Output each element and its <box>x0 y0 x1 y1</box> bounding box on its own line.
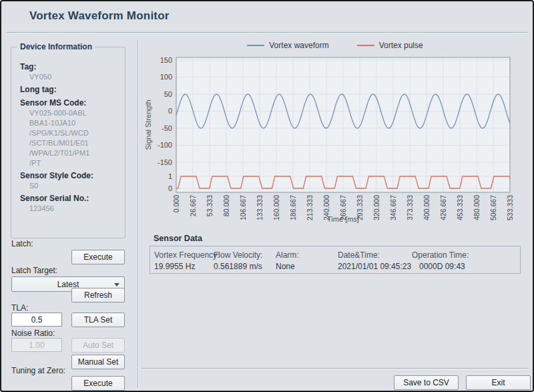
x-tick-label: 373.333 <box>406 195 414 220</box>
sensor-data-heading: Sensor Data <box>154 234 202 243</box>
device-field-value: VY025-000-0ABL <box>29 110 125 117</box>
device-info-groupbox: Device Information Tag:VY050Long tag:Sen… <box>11 47 125 238</box>
auto-set-button[interactable]: Auto Set <box>71 338 125 353</box>
y-axis-label: Signal Strength <box>144 100 152 150</box>
noise-ratio-label: Noise Ratio: <box>11 329 55 338</box>
sensor-column-value: 0000D 09:43 <box>419 262 465 271</box>
x-tick-label: 346.667 <box>389 195 397 220</box>
y-tick-label: 150 <box>160 56 172 64</box>
x-tick-label: 480.000 <box>473 195 481 220</box>
legend-label-pulse: Vortex pulse <box>379 41 423 50</box>
x-tick-label: 133.333 <box>256 195 264 220</box>
device-field-label: Sensor Serial No.: <box>20 194 125 203</box>
device-field-label: Tag: <box>20 62 125 71</box>
x-tick-label: 533.333 <box>506 195 514 220</box>
device-field-value: VY050 <box>29 73 125 81</box>
x-tick-label: 106.667 <box>239 195 247 220</box>
device-field-label: Long tag: <box>20 85 125 94</box>
tla-label: TLA: <box>11 303 28 313</box>
y-tick-label: -100 <box>158 141 172 149</box>
legend-label-waveform: Vortex waveform <box>269 41 328 50</box>
waveform-chart: 150100500-50-100-150100.00026.66753.3338… <box>142 53 529 230</box>
x-tick-label: 320.000 <box>372 195 380 220</box>
x-tick-label: 0.000 <box>172 195 180 212</box>
latch-execute-button[interactable]: Execute <box>71 250 125 264</box>
y-tick-label: 50 <box>164 90 172 98</box>
sensor-column-value: 19.9955 Hz <box>154 262 195 271</box>
device-info-list: Tag:VY050Long tag:Sensor MS Code:VY025-0… <box>11 53 125 215</box>
latch-label: Latch: <box>11 239 33 248</box>
tla-set-button[interactable]: TLA Set <box>71 313 125 327</box>
device-field-label: Sensor MS Code: <box>20 98 125 108</box>
chevron-down-icon <box>114 283 119 286</box>
legend-item-waveform: Vortex waveform <box>247 41 328 50</box>
noise-ratio-input[interactable] <box>11 338 62 352</box>
sensor-column-label: Operation Time: <box>412 250 469 260</box>
sensor-data-box: Vortex Frequency:19.9955 HzFlow Velocity… <box>150 246 521 274</box>
sensor-column-label: Flow Velocity: <box>214 250 262 260</box>
y-tick-label: 1 <box>168 172 172 180</box>
sensor-column-value: 2021/01/01 09:45:23 <box>338 262 411 271</box>
device-field-value: BBA1-10JA10 <box>29 120 125 127</box>
title-separator <box>7 32 527 33</box>
panel-divider <box>138 39 139 388</box>
window: Vortex Waveform Monitor Device Informati… <box>0 0 534 392</box>
tla-input[interactable] <box>11 313 62 327</box>
device-field-value: S0 <box>29 182 125 190</box>
chart-legend: Vortex waveform Vortex pulse <box>142 39 529 52</box>
sensor-column-value: None <box>276 262 295 271</box>
x-tick-label: 53.333 <box>206 195 214 216</box>
device-field-label: Sensor Style Code: <box>20 171 125 180</box>
refresh-button[interactable]: Refresh <box>71 288 125 303</box>
x-tick-label: 80.000 <box>222 195 230 216</box>
legend-swatch-pulse <box>357 45 374 46</box>
x-tick-label: 186.667 <box>289 195 297 220</box>
y-tick-label: -150 <box>158 158 172 166</box>
x-tick-label: 400.000 <box>423 195 431 220</box>
exit-button[interactable]: Exit <box>466 375 531 390</box>
sensor-column-label: Alarm: <box>276 250 299 260</box>
sensor-column-label: Date&Time: <box>338 250 380 260</box>
y-tick-label: 0 <box>168 107 172 115</box>
y-tick-label: 100 <box>160 73 172 81</box>
page-title: Vortex Waveform Monitor <box>29 9 170 23</box>
device-field-value: /SPG/K1/SL/WCD <box>29 130 125 137</box>
x-axis-label: Time [ms] <box>327 215 359 223</box>
latch-target-label: Latch Target: <box>11 266 57 275</box>
y-tick-label: 0 <box>168 184 172 192</box>
x-tick-label: 213.333 <box>306 195 314 220</box>
footer-separator <box>142 368 529 369</box>
x-tick-label: 160.000 <box>272 195 280 220</box>
manual-set-button[interactable]: Manual Set <box>71 355 125 369</box>
sensor-column-label: Vortex Frequency: <box>154 250 219 260</box>
device-field-value: 123456 <box>29 205 125 212</box>
x-tick-label: 26.667 <box>189 195 197 216</box>
save-to-csv-button[interactable]: Save to CSV <box>394 375 459 390</box>
tuning-at-zero-label: Tuning at Zero: <box>11 366 65 375</box>
x-tick-label: 426.667 <box>439 195 447 220</box>
device-info-title: Device Information <box>17 42 95 51</box>
device-field-value: /SCT/BL/M01/E01 <box>29 140 125 147</box>
device-field-value: /WPA/L2/T01/PM1 <box>29 150 125 157</box>
chart-svg: 150100500-50-100-150100.00026.66753.3338… <box>142 53 529 230</box>
x-tick-label: 453.333 <box>456 195 464 220</box>
x-tick-label: 506.667 <box>489 195 497 220</box>
legend-swatch-waveform <box>247 45 264 46</box>
tuning-execute-button[interactable]: Execute <box>71 376 125 391</box>
sensor-column-value: 0.561889 m/s <box>214 262 262 271</box>
y-tick-label: -50 <box>162 124 172 132</box>
legend-item-pulse: Vortex pulse <box>357 41 423 50</box>
device-field-value: /PT <box>29 160 125 167</box>
